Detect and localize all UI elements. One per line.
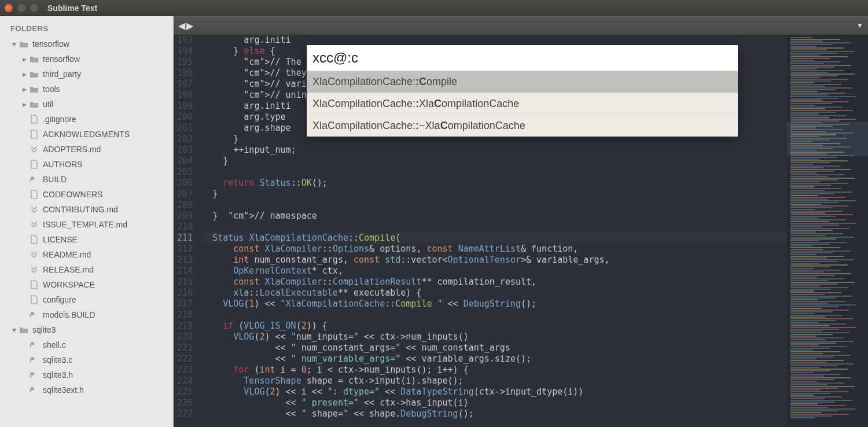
chevron-down-icon[interactable]: ▾ — [10, 326, 17, 333]
tree-label: shell.c — [43, 340, 66, 349]
tree-file[interactable]: ISSUE_TEMPLATE.md — [0, 217, 173, 232]
tree-label: configure — [43, 295, 76, 304]
close-icon[interactable] — [5, 4, 13, 12]
maximize-icon[interactable] — [30, 4, 38, 12]
code-line[interactable] — [202, 200, 787, 211]
window-title: Sublime Text — [47, 3, 97, 13]
line-number: 208 — [177, 200, 193, 211]
code-line[interactable]: VLOG(1) << "XlaCompilationCache::Compile… — [202, 299, 787, 310]
tree-folder[interactable]: ▾sqlite3 — [0, 322, 173, 337]
code-line[interactable]: const XlaCompiler::Options& options, con… — [202, 244, 787, 255]
tree-file[interactable]: ADOPTERS.md — [0, 142, 173, 157]
tree-label: AUTHORS — [43, 160, 82, 169]
chevron-right-icon[interactable]: ▸ — [21, 101, 28, 108]
code-line[interactable]: } "cm">// namespace — [202, 211, 787, 222]
tree-file[interactable]: LICENSE — [0, 232, 173, 247]
code-file-icon: /* — [29, 340, 39, 349]
line-number: 214 — [177, 266, 193, 277]
file-icon — [29, 190, 39, 199]
code-line[interactable]: const XlaCompiler::CompilationResult** c… — [202, 277, 787, 288]
tree-file[interactable]: /*models.BUILD — [0, 307, 173, 322]
tree-folder[interactable]: ▸tensorflow — [0, 51, 173, 67]
tab-menu-icon[interactable]: ▼ — [856, 21, 863, 30]
tree-file[interactable]: configure — [0, 292, 173, 307]
goto-result[interactable]: XlaCompilationCache::Compile — [307, 71, 738, 93]
tree-label: README.md — [43, 250, 91, 259]
code-file-icon: /* — [29, 310, 39, 319]
code-line[interactable]: TensorShape shape = ctx->input(i).shape(… — [202, 376, 787, 386]
line-number: 195 — [177, 57, 193, 68]
tree-file[interactable]: /*sqlite3.h — [0, 367, 173, 382]
code-line[interactable]: return Status::OK(); — [202, 178, 787, 189]
tree-file[interactable]: WORKSPACE — [0, 277, 173, 292]
code-line[interactable]: } — [202, 189, 787, 200]
tree-file[interactable]: RELEASE.md — [0, 262, 173, 277]
goto-result[interactable]: XlaCompilationCache::~XlaCompilationCach… — [307, 115, 738, 137]
tree-file[interactable]: CONTRIBUTING.md — [0, 202, 173, 217]
tree-file[interactable]: AUTHORS — [0, 157, 173, 172]
tree-file[interactable]: /*sqlite3.c — [0, 352, 173, 367]
tree-label: sqlite3.h — [43, 370, 73, 380]
file-icon — [29, 160, 39, 169]
tree-label: third_party — [43, 69, 81, 79]
line-number: 227 — [177, 408, 193, 419]
code-line[interactable]: } — [202, 156, 787, 167]
line-number: 206 — [177, 178, 193, 189]
chevron-right-icon[interactable]: ▸ — [21, 56, 28, 62]
tree-file[interactable]: .gitignore — [0, 112, 173, 127]
line-number: 215 — [177, 277, 193, 288]
code-line[interactable]: ++input_num; — [202, 145, 787, 156]
line-number: 218 — [177, 310, 193, 321]
tree-label: sqlite3ext.h — [43, 385, 84, 395]
code-line[interactable]: if (VLOG_IS_ON(2)) { — [202, 321, 787, 332]
code-line[interactable]: int num_constant_args, const std::vector… — [202, 255, 787, 266]
code-line[interactable]: << " shape=" << shape.DebugString(); — [202, 408, 787, 419]
nav-forward-icon[interactable]: ▶ — [186, 20, 193, 31]
tree-folder[interactable]: ▸third_party — [0, 67, 173, 82]
code-line[interactable]: << " num_variable_args=" << variable_arg… — [202, 354, 787, 365]
code-file-icon: /* — [29, 175, 39, 184]
line-number: 193 — [177, 35, 193, 46]
tree-folder[interactable]: ▸tools — [0, 82, 173, 97]
chevron-right-icon[interactable]: ▸ — [21, 71, 28, 78]
code-line[interactable]: OpKernelContext* ctx, — [202, 266, 787, 277]
line-number: 216 — [177, 288, 193, 299]
code-line[interactable]: Status XlaCompilationCache::Compile( — [202, 233, 787, 244]
tree-label: CODEOWNERS — [43, 190, 102, 199]
tree-file[interactable]: /*BUILD — [0, 172, 173, 187]
tree-folder[interactable]: ▾tensorflow — [0, 36, 173, 51]
svg-text:/*: /* — [30, 357, 34, 363]
chevron-right-icon[interactable]: ▸ — [21, 86, 28, 93]
goto-symbol-panel: XlaCompilationCache::CompileXlaCompilati… — [307, 45, 738, 137]
tree-label: ACKNOWLEDGMENTS — [43, 130, 130, 139]
minimap[interactable] — [787, 35, 868, 427]
goto-result[interactable]: XlaCompilationCache::XlaCompilationCache — [307, 93, 738, 115]
code-line[interactable]: << " present=" << ctx->has_input(i) — [202, 397, 787, 408]
line-number: 221 — [177, 343, 193, 354]
line-number: 198 — [177, 90, 193, 101]
code-line[interactable]: << " num_constant_args=" << num_constant… — [202, 343, 787, 354]
chevron-down-icon[interactable]: ▾ — [10, 41, 17, 47]
line-number: 225 — [177, 386, 193, 397]
tree-file[interactable]: /*sqlite3ext.h — [0, 382, 173, 397]
code-line[interactable] — [202, 310, 787, 321]
code-line[interactable]: VLOG(2) << i << ": dtype=" << DataTypeSt… — [202, 386, 787, 397]
code-line[interactable] — [202, 222, 787, 233]
code-line[interactable]: arg.initi — [202, 35, 787, 46]
tree-file[interactable]: CODEOWNERS — [0, 187, 173, 202]
goto-input[interactable] — [307, 45, 738, 71]
code-line[interactable]: for (int i = 0; i < ctx->num_inputs(); i… — [202, 365, 787, 376]
tree-file[interactable]: /*shell.c — [0, 337, 173, 352]
minimize-icon[interactable] — [17, 4, 25, 12]
tree-folder[interactable]: ▸util — [0, 97, 173, 112]
tree-file[interactable]: README.md — [0, 247, 173, 262]
code-line[interactable] — [202, 167, 787, 178]
tree-label: tools — [43, 84, 60, 94]
code-line[interactable]: VLOG(2) << "num_inputs=" << ctx->num_inp… — [202, 332, 787, 343]
tree-file[interactable]: ACKNOWLEDGMENTS — [0, 127, 173, 142]
code-line[interactable]: xla::LocalExecutable** executable) { — [202, 288, 787, 299]
md-icon — [29, 220, 39, 229]
nav-back-icon[interactable]: ◀ — [178, 20, 185, 31]
minimap-viewport[interactable] — [787, 122, 868, 156]
md-icon — [29, 145, 39, 154]
